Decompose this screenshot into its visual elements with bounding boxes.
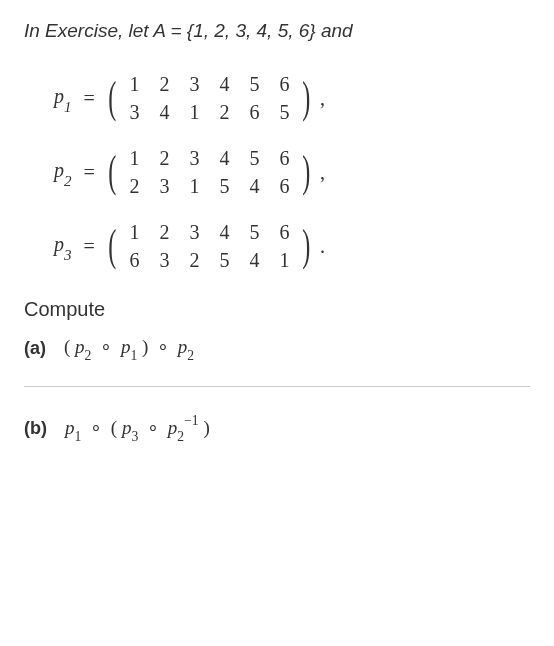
var-p: p [178, 336, 188, 357]
right-paren: ) [303, 80, 311, 115]
part-b: (b) p1 ∘ ( p3 ∘ p2−1 ) [24, 415, 530, 443]
var-p: p [75, 336, 85, 357]
compute-heading: Compute [24, 298, 530, 321]
p3-letter: p [54, 233, 64, 255]
part-a: (a) ( p2 ∘ p1 ) ∘ p2 [24, 335, 530, 362]
rparen: ) [142, 336, 148, 357]
part-b-label: (b) [24, 418, 47, 439]
cell: 2 [209, 98, 239, 126]
left-paren: ( [108, 228, 116, 263]
cell: 1 [119, 218, 149, 246]
sub: 1 [130, 348, 137, 363]
sub: 1 [74, 429, 81, 444]
sub: 2 [177, 429, 184, 444]
compose-icon: ∘ [147, 417, 159, 438]
cell: 5 [209, 246, 239, 274]
sub: 2 [187, 348, 194, 363]
cell: 6 [239, 98, 269, 126]
part-a-expression: ( p2 ∘ p1 ) ∘ p2 [64, 335, 194, 362]
trailing-punct: , [320, 87, 325, 110]
rparen: ) [203, 417, 209, 438]
compose-icon: ∘ [90, 417, 102, 438]
cell: 4 [209, 144, 239, 172]
p3-matrix: ( 1 2 3 4 5 6 6 3 2 5 4 1 ) [105, 218, 314, 274]
p1-matrix: ( 1 2 3 4 5 6 3 4 1 2 6 5 ) [105, 70, 314, 126]
lparen: ( [64, 336, 70, 357]
left-paren: ( [108, 154, 116, 189]
var-p: p [122, 417, 132, 438]
permutation-p1: p1 = ( 1 2 3 4 5 6 3 4 1 2 6 5 ) , [54, 70, 530, 126]
inverse-sup: −1 [184, 413, 199, 428]
p2-matrix: ( 1 2 3 4 5 6 2 3 1 5 4 6 ) [105, 144, 314, 200]
p3-top-row: 1 2 3 4 5 6 [119, 218, 299, 246]
cell: 5 [239, 70, 269, 98]
cell: 6 [269, 70, 299, 98]
lparen: ( [111, 417, 117, 438]
right-paren: ) [303, 228, 311, 263]
p1-bottom-row: 3 4 1 2 6 5 [119, 98, 299, 126]
p3-name: p3 [54, 233, 72, 260]
divider [24, 386, 530, 387]
cell: 3 [179, 144, 209, 172]
right-paren: ) [303, 154, 311, 189]
p2-bottom-row: 2 3 1 5 4 6 [119, 172, 299, 200]
p1-sub: 1 [64, 99, 72, 115]
part-a-label: (a) [24, 338, 46, 359]
p3-matrix-body: 1 2 3 4 5 6 6 3 2 5 4 1 [119, 218, 299, 274]
cell: 6 [269, 144, 299, 172]
cell: 3 [119, 98, 149, 126]
p3-sub: 3 [64, 247, 72, 263]
permutation-p3: p3 = ( 1 2 3 4 5 6 6 3 2 5 4 1 ) . [54, 218, 530, 274]
p1-top-row: 1 2 3 4 5 6 [119, 70, 299, 98]
cell: 5 [239, 218, 269, 246]
cell: 1 [119, 70, 149, 98]
cell: 2 [119, 172, 149, 200]
cell: 2 [149, 70, 179, 98]
cell: 1 [179, 172, 209, 200]
p1-matrix-body: 1 2 3 4 5 6 3 4 1 2 6 5 [119, 70, 299, 126]
cell: 4 [239, 246, 269, 274]
cell: 4 [239, 172, 269, 200]
p1-letter: p [54, 85, 64, 107]
cell: 4 [209, 70, 239, 98]
equals-sign: = [84, 87, 95, 110]
cell: 3 [149, 246, 179, 274]
trailing-punct: . [320, 235, 325, 258]
equals-sign: = [84, 161, 95, 184]
p2-top-row: 1 2 3 4 5 6 [119, 144, 299, 172]
cell: 6 [269, 172, 299, 200]
cell: 3 [149, 172, 179, 200]
compose-icon: ∘ [157, 336, 169, 357]
permutation-p2: p2 = ( 1 2 3 4 5 6 2 3 1 5 4 6 ) , [54, 144, 530, 200]
cell: 4 [209, 218, 239, 246]
p3-bottom-row: 6 3 2 5 4 1 [119, 246, 299, 274]
cell: 5 [239, 144, 269, 172]
cell: 6 [269, 218, 299, 246]
sub: 2 [85, 348, 92, 363]
part-b-expression: p1 ∘ ( p3 ∘ p2−1 ) [65, 415, 210, 443]
cell: 2 [179, 246, 209, 274]
trailing-punct: , [320, 161, 325, 184]
p2-letter: p [54, 159, 64, 181]
cell: 5 [269, 98, 299, 126]
cell: 2 [149, 218, 179, 246]
exercise-intro: In Exercise, let A = {1, 2, 3, 4, 5, 6} … [24, 20, 530, 42]
left-paren: ( [108, 80, 116, 115]
var-p: p [168, 417, 178, 438]
cell: 1 [269, 246, 299, 274]
cell: 2 [149, 144, 179, 172]
cell: 4 [149, 98, 179, 126]
cell: 6 [119, 246, 149, 274]
p1-name: p1 [54, 85, 72, 112]
compose-icon: ∘ [100, 336, 112, 357]
p2-name: p2 [54, 159, 72, 186]
cell: 5 [209, 172, 239, 200]
cell: 3 [179, 70, 209, 98]
p2-sub: 2 [64, 173, 72, 189]
equals-sign: = [84, 235, 95, 258]
cell: 1 [179, 98, 209, 126]
var-p: p [121, 336, 131, 357]
p2-matrix-body: 1 2 3 4 5 6 2 3 1 5 4 6 [119, 144, 299, 200]
cell: 1 [119, 144, 149, 172]
cell: 3 [179, 218, 209, 246]
